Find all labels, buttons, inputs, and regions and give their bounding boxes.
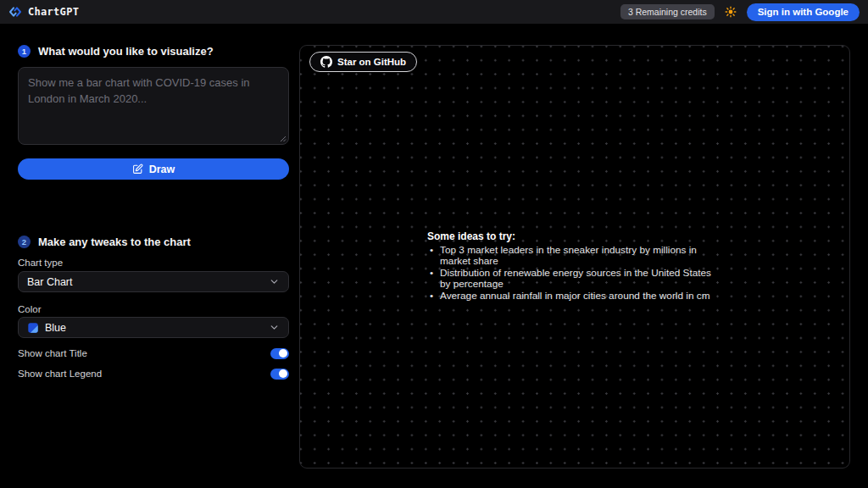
show-legend-toggle[interactable] [270, 369, 289, 380]
header: ChartGPT 3 Remaining credits Sign in wit… [0, 0, 868, 24]
toggle-knob [279, 349, 287, 358]
chart-type-label: Chart type [18, 258, 63, 268]
color-swatch-icon [27, 322, 39, 334]
show-title-label: Show chart Title [18, 348, 87, 358]
ideas-heading: Some ideas to try: [427, 230, 722, 242]
toggle-knob [279, 369, 287, 378]
show-legend-row: Show chart Legend [18, 367, 289, 380]
color-value: Blue [45, 322, 66, 334]
sun-icon [725, 6, 737, 18]
prompt-input[interactable] [18, 67, 289, 145]
step1-heading: 1 What would you like to visualize? [18, 44, 214, 58]
theme-toggle-button[interactable] [725, 6, 737, 18]
step2-title: Make any tweaks to the chart [38, 236, 191, 248]
idea-item: Distribution of renewable energy sources… [427, 268, 722, 291]
chevron-down-icon [269, 276, 280, 287]
color-select[interactable]: Blue [18, 317, 289, 338]
brand[interactable]: ChartGPT [8, 5, 79, 19]
star-on-github-button[interactable]: Star on GitHub [309, 52, 417, 72]
idea-item: Top 3 market leaders in the sneaker indu… [427, 245, 722, 268]
chart-type-value: Bar Chart [27, 276, 73, 288]
step1-title: What would you like to visualize? [38, 45, 214, 58]
chart-type-select[interactable]: Bar Chart [18, 271, 289, 292]
step1-number-badge: 1 [18, 45, 31, 58]
credits-badge: 3 Remaining credits [620, 4, 715, 19]
sign-in-google-button[interactable]: Sign in with Google [747, 3, 860, 21]
chartgpt-logo-icon [8, 5, 22, 19]
star-on-github-label: Star on GitHub [337, 57, 406, 67]
show-legend-label: Show chart Legend [18, 369, 102, 379]
pencil-icon [132, 164, 143, 175]
draw-button[interactable]: Draw [18, 158, 289, 180]
chevron-down-icon [269, 322, 280, 333]
show-title-toggle[interactable] [270, 348, 289, 359]
idea-item: Average annual rainfall in major cities … [427, 291, 722, 302]
color-label: Color [18, 304, 41, 314]
header-actions: 3 Remaining credits Sign in with Google [620, 3, 860, 21]
step2-number-badge: 2 [18, 236, 31, 248]
brand-name: ChartGPT [28, 6, 79, 18]
step2-heading: 2 Make any tweaks to the chart [18, 235, 191, 248]
ideas-block: Some ideas to try: Top 3 market leaders … [427, 230, 722, 302]
show-title-row: Show chart Title [18, 347, 289, 360]
draw-button-label: Draw [149, 164, 175, 175]
ideas-list: Top 3 market leaders in the sneaker indu… [427, 245, 722, 302]
github-icon [320, 56, 332, 68]
chart-canvas: Star on GitHub Some ideas to try: Top 3 … [299, 45, 850, 469]
